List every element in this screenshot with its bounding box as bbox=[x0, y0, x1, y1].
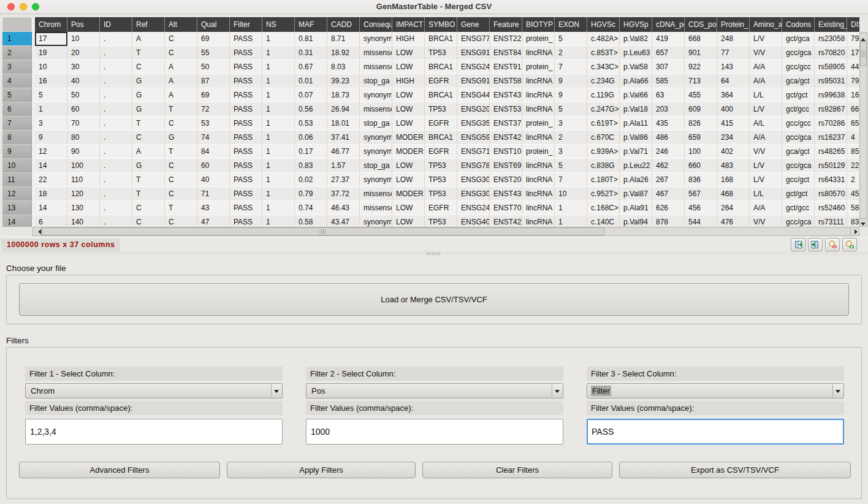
table-cell[interactable]: A/A bbox=[750, 74, 782, 88]
table-cell[interactable]: 2 bbox=[847, 173, 859, 187]
table-cell[interactable]: lincRNA bbox=[522, 102, 555, 116]
table-cell[interactable]: 9 bbox=[555, 74, 587, 88]
table-cell[interactable]: A bbox=[165, 74, 197, 88]
table-cell[interactable]: ENSG71 bbox=[457, 145, 490, 159]
table-cell[interactable]: 364 bbox=[717, 88, 750, 102]
table-cell[interactable]: 130 bbox=[67, 201, 100, 215]
table-cell[interactable]: T bbox=[165, 102, 197, 116]
table-cell[interactable]: 1.57 bbox=[327, 159, 360, 173]
page-next-button[interactable] bbox=[808, 238, 823, 251]
table-cell[interactable]: 110 bbox=[67, 173, 100, 187]
table-cell[interactable]: 80 bbox=[67, 131, 100, 145]
table-cell[interactable]: 69 bbox=[197, 88, 230, 102]
table-cell[interactable]: 1 bbox=[262, 159, 295, 173]
chevron-down-icon[interactable] bbox=[552, 384, 562, 397]
column-header-aminoa[interactable]: Amino_a bbox=[750, 17, 782, 32]
table-cell[interactable]: L/V bbox=[750, 102, 782, 116]
vertical-scrollbar[interactable] bbox=[859, 32, 867, 227]
table-cell[interactable]: G bbox=[132, 102, 165, 116]
table-cell[interactable]: 43.47 bbox=[327, 215, 360, 227]
table-cell[interactable]: 1 bbox=[262, 145, 295, 159]
table-cell[interactable]: PASS bbox=[230, 116, 262, 131]
column-header-alt[interactable]: Alt bbox=[165, 17, 197, 32]
table-cell[interactable]: gcc/gca bbox=[782, 131, 815, 145]
table-cell[interactable]: 143 bbox=[717, 60, 750, 74]
table-cell[interactable]: 8.03 bbox=[327, 60, 360, 74]
table-cell[interactable]: lincRNA bbox=[522, 88, 555, 102]
table-cell[interactable]: 46.77 bbox=[327, 145, 360, 159]
table-cell[interactable]: ENST70 bbox=[490, 201, 522, 215]
table-cell[interactable]: LOW bbox=[392, 201, 425, 215]
table-cell[interactable]: 26.94 bbox=[327, 102, 360, 116]
table-cell[interactable]: gcc/gca bbox=[782, 215, 815, 227]
table-cell[interactable]: ENSG59 bbox=[457, 131, 490, 145]
table-cell[interactable]: ENST84 bbox=[490, 46, 522, 60]
table-cell[interactable]: . bbox=[100, 46, 132, 60]
table-cell[interactable]: EGFR bbox=[425, 201, 457, 215]
load-merge-button[interactable]: Load or Merge CSV/TSV/VCF bbox=[19, 283, 849, 316]
table-cell[interactable]: 19 bbox=[35, 46, 67, 60]
table-cell[interactable]: 79 bbox=[847, 74, 859, 88]
table-cell[interactable]: 659 bbox=[685, 131, 717, 145]
table-cell[interactable]: 1 bbox=[262, 201, 295, 215]
table-cell[interactable]: p.Ala66 bbox=[620, 74, 652, 88]
scroll-left-arrow-icon[interactable] bbox=[33, 227, 42, 235]
table-cell[interactable]: C bbox=[165, 46, 197, 60]
table-cell[interactable]: TP53 bbox=[425, 159, 457, 173]
filter-3-values-input[interactable] bbox=[587, 419, 844, 445]
table-cell[interactable]: . bbox=[100, 215, 132, 227]
column-header-cdspos[interactable]: CDS_pos bbox=[685, 17, 717, 32]
column-header-hgvsc[interactable]: HGVSc bbox=[587, 17, 620, 32]
table-cell[interactable]: 234 bbox=[717, 131, 750, 145]
table-cell[interactable]: missense bbox=[360, 201, 392, 215]
clear-filters-button[interactable]: Clear Filters bbox=[422, 462, 612, 478]
horizontal-scrollbar[interactable] bbox=[32, 227, 859, 236]
table-cell[interactable]: protein_ bbox=[522, 60, 555, 74]
table-cell[interactable]: TP53 bbox=[425, 102, 457, 116]
table-cell[interactable]: MODER bbox=[392, 187, 425, 201]
table-cell[interactable]: 901 bbox=[685, 46, 717, 60]
table-cell[interactable]: 63 bbox=[652, 88, 685, 102]
table-cell[interactable]: C bbox=[165, 187, 197, 201]
table-cell[interactable]: EGFR bbox=[425, 116, 457, 131]
column-header-dist[interactable]: DIST bbox=[847, 17, 859, 32]
table-cell[interactable]: lincRNA bbox=[522, 201, 555, 215]
table-cell[interactable]: 43 bbox=[197, 201, 230, 215]
zoom-out-button[interactable] bbox=[825, 238, 840, 251]
row-header[interactable]: 5 bbox=[2, 88, 32, 102]
table-cell[interactable]: rs16237 bbox=[815, 131, 847, 145]
table-cell[interactable]: C bbox=[132, 131, 165, 145]
table-cell[interactable]: c.482A> bbox=[587, 32, 620, 46]
row-header[interactable]: 1 bbox=[2, 32, 32, 46]
table-cell[interactable]: rs92867 bbox=[815, 102, 847, 116]
column-header-cdnapo[interactable]: cDNA_po bbox=[652, 17, 685, 32]
table-cell[interactable]: G bbox=[132, 159, 165, 173]
table-cell[interactable]: 713 bbox=[685, 74, 717, 88]
table-cell[interactable]: C bbox=[132, 201, 165, 215]
table-cell[interactable]: c.119G bbox=[587, 88, 620, 102]
table-cell[interactable]: TP53 bbox=[425, 187, 457, 201]
table-cell[interactable]: lincRNA bbox=[522, 159, 555, 173]
table-cell[interactable]: . bbox=[100, 159, 132, 173]
table-cell[interactable]: p.Val82 bbox=[620, 32, 652, 46]
table-cell[interactable]: synonym bbox=[360, 32, 392, 46]
table-cell[interactable]: c.180T> bbox=[587, 173, 620, 187]
table-cell[interactable]: 58 bbox=[847, 201, 859, 215]
table-cell[interactable]: 12 bbox=[35, 145, 67, 159]
table-cell[interactable]: LOW bbox=[392, 60, 425, 74]
table-cell[interactable]: 400 bbox=[717, 102, 750, 116]
table-cell[interactable]: p.Leu22 bbox=[620, 159, 652, 173]
table-cell[interactable]: ENSG44 bbox=[457, 88, 490, 102]
column-header-impact[interactable]: IMPACT bbox=[392, 17, 425, 32]
table-cell[interactable]: c.343C> bbox=[587, 60, 620, 74]
table-cell[interactable]: PASS bbox=[230, 102, 262, 116]
table-cell[interactable]: 74 bbox=[197, 131, 230, 145]
table-cell[interactable]: 84 bbox=[197, 145, 230, 159]
table-cell[interactable]: p.Ala11 bbox=[620, 116, 652, 131]
row-header[interactable]: 12 bbox=[2, 187, 32, 201]
table-cell[interactable]: 83 bbox=[847, 215, 859, 227]
chevron-down-icon[interactable] bbox=[832, 384, 843, 397]
table-cell[interactable]: 1 bbox=[262, 46, 295, 60]
table-cell[interactable]: 60 bbox=[67, 102, 100, 116]
table-cell[interactable]: T bbox=[165, 145, 197, 159]
